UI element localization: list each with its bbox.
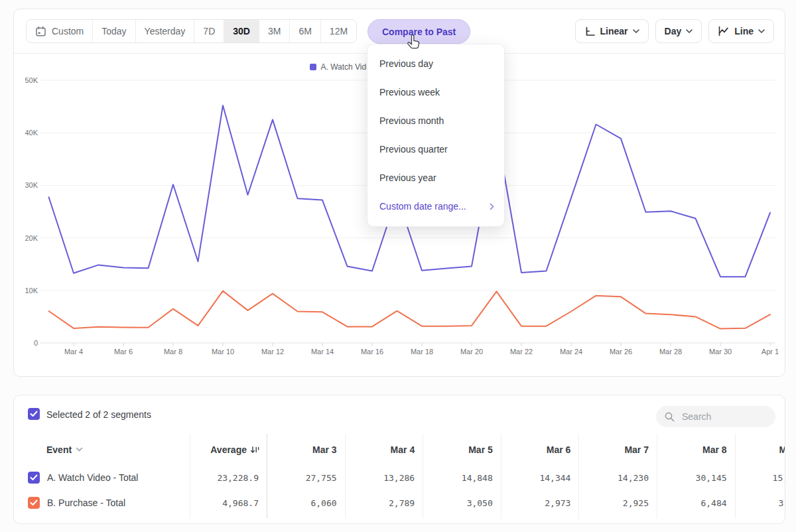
average-value: 4,968.7 bbox=[190, 498, 267, 508]
check-icon bbox=[30, 411, 38, 417]
chart-display-controls: Linear Day Line bbox=[575, 19, 774, 43]
chart-type-label: Line bbox=[734, 26, 754, 36]
segment-checkbox[interactable] bbox=[28, 472, 40, 484]
scale-dropdown-button[interactable]: Linear bbox=[575, 19, 649, 43]
y-axis-label: 40K bbox=[25, 129, 38, 137]
x-axis-label: Mar 4 bbox=[64, 348, 83, 356]
column-divider bbox=[735, 434, 736, 519]
date-column-header: Mar 7 bbox=[578, 444, 657, 455]
scale-label: Linear bbox=[600, 26, 628, 36]
y-axis-label: 10K bbox=[25, 287, 38, 295]
line-chart-icon bbox=[718, 26, 730, 36]
x-axis-label: Mar 14 bbox=[311, 348, 334, 356]
search-icon bbox=[664, 411, 675, 423]
linear-scale-icon bbox=[584, 26, 596, 37]
event-column-header[interactable]: Event bbox=[28, 444, 190, 455]
chevron-down-icon bbox=[758, 29, 765, 33]
interval-label: Day bbox=[665, 26, 682, 36]
date-column-header: Mar 8 bbox=[657, 444, 735, 455]
y-axis-label: 50K bbox=[25, 76, 38, 84]
preset-3m[interactable]: 3M bbox=[259, 20, 289, 42]
preset-label: Custom bbox=[52, 26, 84, 36]
menu-item-previous-quarter[interactable]: Previous quarter bbox=[367, 135, 504, 164]
preset-custom[interactable]: Custom bbox=[27, 20, 92, 42]
check-icon bbox=[30, 499, 38, 506]
cursor-hand bbox=[406, 33, 423, 52]
date-value: 14,848 bbox=[423, 473, 501, 483]
date-value-clipped: 3, bbox=[735, 498, 785, 508]
sort-descending-icon bbox=[250, 445, 260, 454]
date-value-clipped: 15, bbox=[735, 473, 785, 483]
line-series-b-purchase-total bbox=[49, 291, 771, 329]
search-box[interactable] bbox=[656, 406, 775, 427]
x-axis-label: Apr 1 bbox=[762, 348, 779, 356]
preset-30d[interactable]: 30D bbox=[224, 20, 259, 42]
chevron-right-icon bbox=[490, 203, 494, 210]
x-axis-label: Mar 6 bbox=[114, 348, 133, 356]
selected-segments-label: Selected 2 of 2 segments bbox=[46, 409, 151, 420]
preset-6m[interactable]: 6M bbox=[289, 20, 320, 42]
menu-item-previous-year[interactable]: Previous year bbox=[367, 164, 504, 192]
x-axis-label: Mar 20 bbox=[460, 348, 483, 356]
preset-7d[interactable]: 7D bbox=[194, 20, 224, 42]
menu-item-previous-month[interactable]: Previous month bbox=[367, 107, 504, 135]
x-axis-label: Mar 28 bbox=[659, 348, 682, 356]
date-column-header-clipped: M bbox=[735, 444, 785, 455]
x-axis-label: Mar 8 bbox=[164, 348, 182, 356]
column-divider bbox=[657, 434, 657, 519]
y-axis-label: 0 bbox=[34, 339, 38, 347]
segments-table-card: Selected 2 of 2 segments EventAverageMar… bbox=[13, 395, 785, 524]
date-value: 3,050 bbox=[423, 498, 501, 508]
y-axis-label: 30K bbox=[25, 181, 38, 189]
column-divider bbox=[345, 434, 346, 519]
x-axis-label: Mar 10 bbox=[212, 348, 234, 356]
table-header-row: EventAverageMar 3Mar 4Mar 5Mar 6Mar 7Mar… bbox=[14, 434, 785, 465]
date-column-header: Mar 3 bbox=[267, 444, 345, 455]
date-value: 2,789 bbox=[345, 498, 423, 508]
segment-row-label: A. Watch Video - Total bbox=[28, 472, 190, 484]
chevron-down-icon bbox=[633, 29, 639, 33]
chart-type-dropdown-button[interactable]: Line bbox=[708, 19, 774, 43]
column-divider bbox=[267, 434, 267, 519]
preset-12m[interactable]: 12M bbox=[320, 20, 356, 42]
segment-name: B. Purchase - Total bbox=[47, 498, 125, 508]
date-value: 27,755 bbox=[267, 473, 345, 483]
date-column-header: Mar 4 bbox=[345, 444, 423, 455]
date-value: 13,286 bbox=[345, 473, 423, 483]
segment-checkbox[interactable] bbox=[28, 497, 40, 509]
column-divider bbox=[190, 434, 190, 519]
table-row: A. Watch Video - Total23,228.927,75513,2… bbox=[14, 465, 785, 490]
date-column-header: Mar 5 bbox=[423, 444, 501, 455]
date-column-header: Mar 6 bbox=[501, 444, 579, 455]
event-header-label: Event bbox=[46, 444, 72, 455]
menu-item-previous-day[interactable]: Previous day bbox=[367, 50, 504, 78]
date-value: 30,145 bbox=[657, 473, 735, 483]
preset-yesterday[interactable]: Yesterday bbox=[135, 20, 194, 42]
date-value: 2,925 bbox=[578, 498, 657, 508]
search-input[interactable] bbox=[681, 411, 767, 423]
menu-item-custom-date-range[interactable]: Custom date range... bbox=[367, 192, 504, 221]
y-axis-label: 20K bbox=[25, 234, 38, 242]
average-header-label: Average bbox=[210, 444, 247, 455]
menu-item-previous-week[interactable]: Previous week bbox=[367, 78, 504, 107]
x-axis-label: Mar 30 bbox=[709, 348, 732, 356]
average-value: 23,228.9 bbox=[190, 473, 267, 483]
select-all-checkbox[interactable] bbox=[28, 408, 40, 420]
preset-today[interactable]: Today bbox=[92, 20, 135, 42]
date-value: 6,060 bbox=[267, 498, 345, 508]
x-axis-label: Mar 18 bbox=[411, 348, 433, 356]
calendar-icon bbox=[35, 26, 46, 37]
x-axis-label: Mar 22 bbox=[510, 348, 533, 356]
menu-item-label: Custom date range... bbox=[379, 192, 466, 221]
x-axis-label: Mar 24 bbox=[560, 348, 582, 356]
date-value: 2,973 bbox=[501, 498, 579, 508]
average-column-header[interactable]: Average bbox=[190, 444, 267, 455]
date-value: 6,484 bbox=[657, 498, 735, 508]
date-range-preset-group: CustomTodayYesterday7D30D3M6M12M bbox=[26, 19, 357, 43]
interval-dropdown-button[interactable]: Day bbox=[655, 19, 702, 43]
chevron-down-icon bbox=[686, 29, 693, 33]
table-row: B. Purchase - Total4,968.76,0602,7893,05… bbox=[14, 490, 785, 515]
segment-name: A. Watch Video - Total bbox=[47, 472, 138, 483]
x-axis-label: Mar 16 bbox=[361, 348, 383, 356]
x-axis-label: Mar 12 bbox=[261, 348, 284, 356]
